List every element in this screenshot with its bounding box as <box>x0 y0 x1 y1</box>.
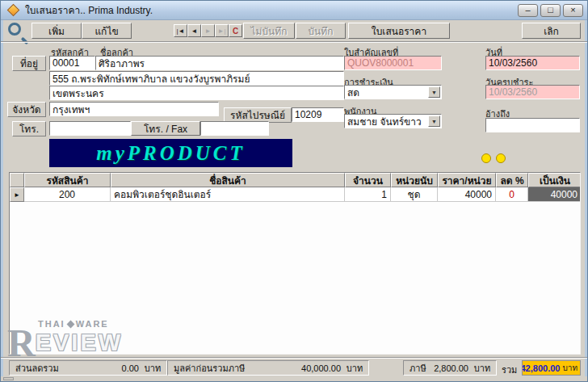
doc-number-field: QUOV8000001 <box>344 56 442 70</box>
close-icon[interactable]: × <box>563 4 583 17</box>
row-pointer-icon: ► <box>14 191 20 199</box>
toolbar-divider <box>1 41 587 43</box>
chevron-down-icon[interactable]: ▼ <box>428 86 440 98</box>
address-line2-field[interactable]: เขตพระนคร <box>49 86 344 100</box>
fax-field[interactable] <box>200 121 269 136</box>
refresh-button[interactable]: C <box>229 24 242 37</box>
titlebar: ใบเสนอราคา.. Prima Industry. – □ × <box>1 1 587 20</box>
discount-total-label: ส่วนลดรวม <box>10 361 59 376</box>
header-cell-unit-price: ราคา/หน่วย <box>438 173 496 187</box>
items-grid: รหัสสินค้า ชื่อสินค้า จำนวน หน่วยนับ ราค… <box>9 172 581 355</box>
cell-unit-price[interactable]: 40000 <box>438 187 496 202</box>
nav-first-button[interactable]: |◄ <box>174 24 187 37</box>
tax-label: ภาษี <box>404 361 426 376</box>
tel-fax-button[interactable]: โทร. / Fax <box>131 121 200 136</box>
row-selector-cell[interactable]: ► <box>10 187 24 202</box>
cancel-save-button[interactable]: ไม่บันทึก <box>243 23 295 39</box>
grand-total-label: รวม <box>502 363 517 377</box>
pretax-value: 40,000.00 <box>301 363 341 373</box>
magnifier-glass <box>8 23 21 36</box>
payment-select[interactable]: สด ▼ <box>344 85 442 99</box>
cell-unit[interactable]: ชุด <box>391 187 438 202</box>
pretax-currency: บาท <box>341 361 368 376</box>
tax-value: 2,800.00 <box>434 363 468 373</box>
province-label: จังหวัด <box>7 102 46 117</box>
header-cell-amount: เป็นเงิน <box>528 173 581 187</box>
postal-code-field[interactable]: 10209 <box>292 107 344 122</box>
window-controls: – □ × <box>518 4 583 17</box>
date-field[interactable]: 10/03/2560 <box>485 56 580 70</box>
address-label: ที่อยู่ <box>12 56 46 71</box>
customer-name-field[interactable]: ศิริอาภาพร <box>95 56 344 70</box>
header-cell-selector <box>10 173 24 187</box>
discount-total-panel: ส่วนลดรวม 0.00 บาท <box>9 360 167 376</box>
maximize-icon[interactable]: □ <box>540 4 561 17</box>
nav-last-button[interactable]: ►| <box>215 24 229 37</box>
header-cell-discount: ลด % <box>496 173 528 187</box>
grand-total-value: 42,800.00 <box>522 363 560 373</box>
grand-total-box: 42,800.00 บาท <box>522 360 581 376</box>
product-logo: myPRODUCT <box>49 139 292 167</box>
discount-total-value: 0.00 <box>122 363 139 373</box>
add-button[interactable]: เพิ่ม <box>32 23 82 39</box>
indicator-light-1 <box>481 153 491 163</box>
phone-field[interactable] <box>49 121 131 136</box>
maximize-glyph: □ <box>548 6 553 15</box>
cell-discount[interactable]: 0 <box>496 187 528 202</box>
employee-select[interactable]: สมชาย จันทร์ขาว ▼ <box>344 114 442 128</box>
app-window: ใบเสนอราคา.. Prima Industry. – □ × เพิ่ม… <box>0 0 588 382</box>
table-row[interactable]: ► 200 คอมพิวเตอร์ชุดอินเตอร์ 1 ชุด 40000… <box>10 187 580 202</box>
statusbar-divider <box>1 357 587 359</box>
tax-currency: บาท <box>468 361 496 376</box>
pretax-label: มูลค่าก่อนรวมภาษี <box>168 361 245 376</box>
app-icon <box>7 4 20 17</box>
nav-prev-button[interactable]: ◄ <box>187 24 201 37</box>
header-cell-product-name: ชื่อสินค้า <box>111 173 345 187</box>
close-glyph: × <box>570 6 575 15</box>
chevron-down-icon[interactable]: ▼ <box>428 115 440 127</box>
province-field[interactable]: กรุงเทพฯ <box>49 102 219 116</box>
save-button[interactable]: บันทึก <box>296 23 346 39</box>
employee-value: สมชาย จันทร์ขาว <box>347 114 422 128</box>
tax-panel: ภาษี 2,800.00 บาท <box>403 360 497 376</box>
discount-currency: บาท <box>139 361 166 376</box>
exit-button[interactable]: เลิก <box>522 23 581 39</box>
payment-value: สด <box>347 85 359 99</box>
minimize-icon[interactable]: – <box>518 4 538 17</box>
due-date-field: 10/03/2560 <box>485 85 580 99</box>
window-title: ใบเสนอราคา.. Prima Industry. <box>25 2 153 18</box>
header-cell-unit: หน่วยนับ <box>391 173 438 187</box>
pretax-panel: มูลค่าก่อนรวมภาษี 40,000.00 บาท <box>167 360 369 376</box>
grid-header-row: รหัสสินค้า ชื่อสินค้า จำนวน หน่วยนับ ราค… <box>10 173 580 187</box>
search-icon[interactable] <box>7 22 29 44</box>
customer-code-field[interactable]: 00001 <box>49 56 95 70</box>
cell-quantity[interactable]: 1 <box>345 187 391 202</box>
minimize-glyph: – <box>525 6 530 15</box>
reference-field[interactable] <box>485 118 580 132</box>
address-line1-field[interactable]: 555 ถ.พระพิทักษ์เทพาภิบาล แขวงวังบูรพาภิ… <box>49 71 344 86</box>
grand-total-currency: บาท <box>562 362 578 374</box>
product-logo-text: myPRODUCT <box>96 142 246 165</box>
cell-amount[interactable]: 40000 <box>528 187 581 202</box>
phone-label: โทร. <box>12 121 46 136</box>
nav-next-button[interactable]: ► <box>201 24 215 37</box>
header-cell-quantity: จำนวน <box>345 173 391 187</box>
edit-button[interactable]: แก้ไข <box>82 23 132 39</box>
cell-product-name[interactable]: คอมพิวเตอร์ชุดอินเตอร์ <box>111 187 345 202</box>
quotation-button[interactable]: ใบเสนอราคา <box>348 23 450 39</box>
header-cell-product-code: รหัสสินค้า <box>24 173 111 187</box>
cell-product-code[interactable]: 200 <box>24 187 111 202</box>
bottom-strip <box>1 376 587 381</box>
indicator-light-2 <box>496 153 506 163</box>
resize-grip <box>3 377 14 380</box>
